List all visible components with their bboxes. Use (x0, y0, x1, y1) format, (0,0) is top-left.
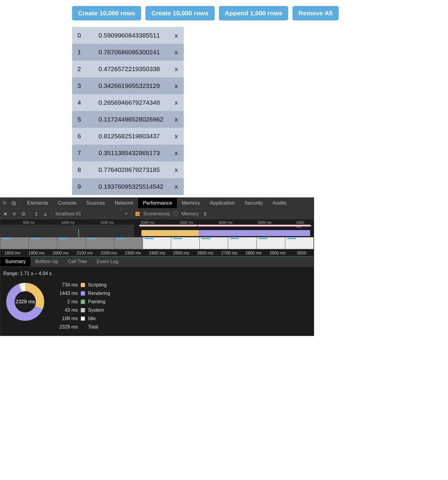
overview-tick: 1500 ms (100, 220, 114, 225)
save-profile-icon[interactable] (43, 212, 48, 216)
row-index: 6 (72, 128, 93, 145)
summary-tab-summary[interactable]: Summary (0, 256, 30, 266)
summary-tab-call-tree[interactable]: Call Tree (63, 256, 92, 266)
row-index: 5 (72, 111, 93, 128)
tab-application[interactable]: Application (205, 198, 240, 208)
screenshots-checkbox[interactable]: ✓ (135, 212, 140, 216)
legend-label: Idle (88, 316, 96, 321)
long-frame-marker (197, 225, 198, 226)
table-row: 10.7870686095300241x (72, 44, 184, 61)
create-rows-button-2[interactable]: Create 10,000 rows (145, 6, 214, 20)
legend-row-total: 2329 msTotal (57, 324, 110, 330)
memory-checkbox[interactable] (174, 212, 178, 216)
remove-all-button[interactable]: Remove All (292, 6, 339, 20)
row-delete-button[interactable]: x (169, 128, 184, 145)
tab-memory[interactable]: Memory (177, 198, 205, 208)
row-value: 0.8125682519803437 (93, 128, 169, 145)
tab-performance[interactable]: Performance (138, 198, 177, 208)
profile-select[interactable]: localhost #1 (56, 211, 81, 217)
detail-timeline-ruler[interactable]: 1800 ms1900 ms2000 ms2100 ms2200 ms2300 … (0, 249, 314, 256)
row-delete-button[interactable]: x (169, 178, 184, 195)
tab-network[interactable]: Network (110, 198, 138, 208)
table-row: 80.7764028679273185x (72, 161, 184, 178)
filmstrip-frame (257, 237, 285, 249)
row-value: 0.3511385432865173 (93, 145, 169, 161)
row-delete-button[interactable]: x (169, 94, 184, 111)
rows-table: 00.5909960843385511x10.7870686095300241x… (72, 27, 184, 195)
create-rows-button-1[interactable]: Create 10,000 rows (72, 6, 141, 20)
legend-label: Scripting (88, 282, 107, 288)
clear-icon[interactable] (21, 212, 26, 216)
tab-sources[interactable]: Sources (81, 198, 110, 208)
filmstrip-thumbnail (259, 238, 268, 239)
detail-tick: 2800 ms (241, 250, 265, 255)
filmstrip-frame (200, 237, 228, 249)
filmstrip[interactable] (0, 237, 314, 249)
row-delete-button[interactable]: x (169, 44, 184, 61)
load-profile-icon[interactable] (34, 212, 39, 216)
row-value: 0.7870686095300241 (93, 44, 169, 61)
overview-tick: 2000 ms (141, 220, 154, 225)
filmstrip-thumbnail (31, 238, 40, 239)
overview-main-thread-bar (139, 225, 310, 226)
detail-tick: 2700 ms (217, 250, 241, 255)
device-toggle-icon[interactable] (9, 198, 18, 208)
inspect-icon[interactable] (0, 198, 9, 208)
long-frame-marker (310, 225, 312, 226)
row-delete-button[interactable]: x (169, 111, 184, 128)
row-delete-button[interactable]: x (169, 61, 184, 77)
row-delete-button[interactable]: x (169, 145, 184, 161)
summary-tab-event-log[interactable]: Event Log (92, 256, 123, 266)
row-value: 0.4726572219350338 (93, 61, 169, 77)
legend-row-painting: 2 msPainting (57, 299, 110, 304)
overview-body (0, 225, 314, 237)
tab-audits[interactable]: Audits (268, 198, 291, 208)
tab-console[interactable]: Console (53, 198, 81, 208)
filmstrip-thumbnail (145, 238, 154, 239)
tab-security[interactable]: Security (240, 198, 268, 208)
tab-elements[interactable]: Elements (22, 198, 53, 208)
legend-row-idle: 108 msIdle (57, 316, 110, 321)
reload-icon[interactable] (12, 212, 17, 216)
filmstrip-frame (0, 237, 29, 249)
legend-label: Rendering (88, 291, 110, 296)
detail-tick: 2400 ms (145, 250, 169, 255)
timeline-overview[interactable]: 500 ms1000 ms1500 ms2000 ms2500 ms3000 m… (0, 219, 314, 237)
filmstrip-frame (114, 237, 143, 249)
row-index: 0 (72, 27, 93, 44)
row-delete-button[interactable]: x (169, 161, 184, 178)
overview-selection-mask (0, 225, 134, 237)
overview-rendering-bar (198, 230, 310, 236)
profile-dropdown-icon[interactable]: ▼ (124, 212, 128, 216)
legend-value: 1443 ms (57, 291, 78, 296)
gc-icon[interactable] (202, 212, 208, 216)
detail-tick: 2200 ms (97, 250, 121, 255)
filmstrip-thumbnail (201, 238, 210, 239)
filmstrip-frame (143, 237, 171, 249)
legend-value: 734 ms (57, 282, 78, 288)
overview-tick: 3000 ms (219, 220, 232, 225)
toolbar-separator (30, 211, 30, 217)
overview-tick: 3500 ms (258, 220, 271, 225)
filmstrip-thumbnail (88, 238, 97, 239)
row-delete-button[interactable]: x (169, 27, 184, 44)
summary-tab-bottom-up[interactable]: Bottom-Up (30, 256, 63, 266)
legend-label: Total (88, 324, 98, 330)
record-icon[interactable] (3, 212, 8, 216)
legend-swatch (81, 291, 85, 296)
summary-tab-bar: SummaryBottom-UpCall TreeEvent Log (0, 256, 314, 267)
row-index: 9 (72, 178, 93, 195)
row-value: 0.11724496528026962 (93, 111, 169, 128)
memory-label: Memory (181, 211, 199, 217)
row-value: 0.7764028679273185 (93, 161, 169, 178)
detail-tick: 2600 ms (193, 250, 217, 255)
summary-legend: 734 msScripting1443 msRendering2 msPaint… (57, 282, 110, 330)
donut-center-label: 2329 ms (6, 282, 45, 321)
table-row: 40.2656946679274348x (72, 94, 184, 111)
row-delete-button[interactable]: x (169, 77, 184, 94)
row-index: 3 (72, 77, 93, 94)
append-rows-button[interactable]: Append 1,000 rows (219, 6, 288, 20)
filmstrip-thumbnail (173, 238, 182, 239)
legend-swatch (81, 308, 85, 312)
dom-content-loaded-marker (78, 229, 79, 237)
